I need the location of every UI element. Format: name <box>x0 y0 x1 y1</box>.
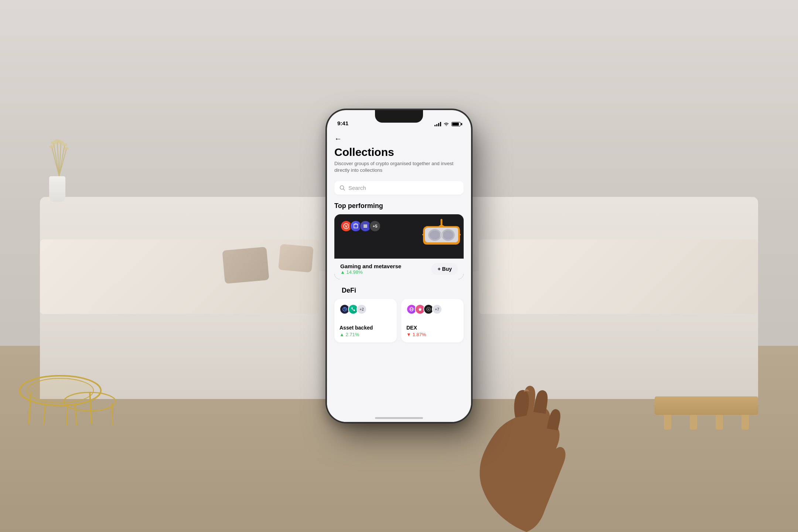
svg-point-13 <box>27 378 93 403</box>
search-bar[interactable]: Search <box>334 181 464 195</box>
back-button[interactable]: ← <box>327 129 471 146</box>
svg-point-36 <box>443 231 453 239</box>
dex-card-change: ▼ 1.87% <box>406 332 458 337</box>
gaming-card-info: Gaming and metaverse ▲ 14.98% <box>340 263 401 275</box>
asset-token-icons: +2 <box>340 304 392 314</box>
dex-more-count: +7 <box>432 304 442 314</box>
svg-point-9 <box>62 143 67 146</box>
page-header: Collections Discover groups of crypto or… <box>327 146 471 180</box>
dex-card-name: DEX <box>406 325 458 331</box>
defi-grid: +2 Asset backed ▲ 2.71% <box>334 299 464 342</box>
vr-headset-illustration <box>419 218 460 251</box>
asset-backed-card[interactable]: +2 Asset backed ▲ 2.71% <box>334 299 397 342</box>
pillow-1 <box>222 247 269 284</box>
svg-point-23 <box>344 224 349 229</box>
defi-section-label: DeFi <box>334 287 464 299</box>
bottom-spacer <box>327 342 471 357</box>
pillow-2 <box>278 244 314 273</box>
status-icons <box>434 122 461 126</box>
gaming-token-icons: +5 <box>340 220 381 232</box>
search-icon <box>340 185 345 191</box>
search-placeholder: Search <box>348 185 366 191</box>
asset-more-count: +2 <box>357 304 367 314</box>
svg-line-17 <box>75 403 77 426</box>
svg-point-39 <box>351 307 353 309</box>
token-more-count: +5 <box>369 220 381 232</box>
screen-content[interactable]: ← Collections Discover groups of crypto … <box>327 129 471 422</box>
home-indicator <box>375 417 423 419</box>
svg-line-15 <box>90 392 92 424</box>
signal-icon <box>434 122 441 126</box>
svg-line-14 <box>29 392 31 424</box>
buy-button[interactable]: + Buy <box>432 263 458 275</box>
gaming-card-change: ▲ 14.98% <box>340 269 401 275</box>
defi-section: DeFi <box>327 287 471 342</box>
svg-point-10 <box>49 145 54 148</box>
wifi-icon <box>443 122 449 126</box>
top-performing-card[interactable]: +5 <box>334 214 464 279</box>
svg-point-11 <box>64 147 69 150</box>
svg-line-22 <box>344 189 345 190</box>
svg-point-45 <box>428 308 429 310</box>
page-title: Collections <box>334 146 464 158</box>
battery-icon <box>451 122 461 126</box>
svg-line-19 <box>67 403 68 426</box>
asset-card-change: ▲ 2.71% <box>340 332 392 337</box>
svg-point-8 <box>58 140 64 144</box>
bench <box>655 396 758 415</box>
top-performing-label: Top performing <box>327 202 471 214</box>
phone-device: 9:41 <box>327 110 471 422</box>
phone-screen: 9:41 <box>327 110 471 422</box>
svg-rect-37 <box>440 233 443 237</box>
top-card-inner: +5 <box>334 214 464 259</box>
gaming-card-name: Gaming and metaverse <box>340 263 401 269</box>
status-time: 9:41 <box>337 120 348 126</box>
dex-card[interactable]: +7 DEX ▼ 1.87% <box>401 299 464 342</box>
top-card-footer: Gaming and metaverse ▲ 14.98% + Buy <box>334 259 464 279</box>
svg-line-20 <box>112 403 113 426</box>
svg-point-34 <box>430 231 440 239</box>
notch <box>375 110 423 123</box>
asset-card-name: Asset backed <box>340 325 392 331</box>
page-subtitle: Discover groups of crypto organised toge… <box>334 160 464 174</box>
svg-rect-24 <box>354 224 358 228</box>
dex-token-icons: +7 <box>406 304 458 314</box>
coffee-table <box>16 361 127 436</box>
vase <box>48 169 66 202</box>
phone-frame: 9:41 <box>327 110 471 422</box>
svg-line-16 <box>44 403 45 426</box>
